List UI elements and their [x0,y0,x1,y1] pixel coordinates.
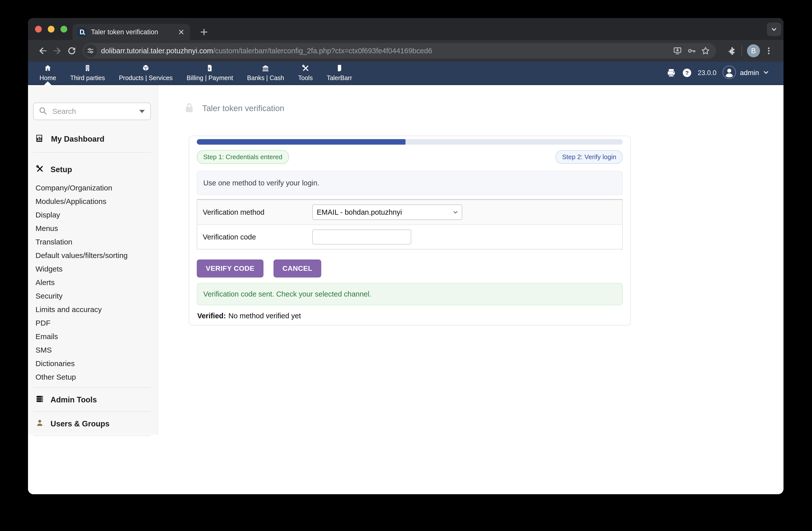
menu-label: Third parties [70,74,105,82]
app-version: 23.0.0 [698,69,716,77]
reload-icon[interactable] [64,44,79,58]
browser-toolbar: dolibarr.tutorial.taler.potuzhnyi.com/cu… [28,40,783,61]
sidebar-item-display[interactable]: Display [28,208,158,222]
close-tab-icon[interactable] [177,28,186,36]
favicon-d: D [77,28,87,37]
help-icon[interactable]: ? [682,68,692,78]
sidebar-item-emails[interactable]: Emails [28,330,158,343]
sidebar-item-othersetup[interactable]: Other Setup [28,371,158,384]
talerbarr-icon [335,64,344,73]
zoom-window-button[interactable] [60,26,67,32]
sidebar-item-defaults[interactable]: Default values/filters/sorting [28,249,158,262]
menu-item-billing[interactable]: $ Billing | Payment [187,61,233,84]
sidebar-item-admintools[interactable]: Admin Tools [28,392,158,407]
sidebar-item-sms[interactable]: SMS [28,343,158,357]
sidebar-item-limits[interactable]: Limits and accuracy [28,303,158,316]
sidebar-item-translation[interactable]: Translation [28,235,158,249]
user-menu[interactable]: admin [722,65,769,81]
sidebar-item-pdf[interactable]: PDF [28,316,158,330]
sidebar-divider [33,435,151,436]
menu-item-home[interactable]: Home [40,61,56,84]
progress-fill [197,139,406,145]
verified-status: Verified:No method verified yet [197,312,623,320]
steps-row: Step 1: Credentials entered Step 2: Veri… [197,150,623,164]
sidebar-divider [33,152,151,153]
chevron-down-icon [763,69,769,77]
sidebar-item-setup[interactable]: Setup [28,162,158,177]
sidebar-divider [33,411,151,412]
title-row: Taler token verification [184,102,783,114]
sidebar: My Dashboard Setup Company/Organization … [28,85,158,494]
tab-search-chevron-icon[interactable] [767,23,781,36]
url-text: dolibarr.tutorial.taler.potuzhnyi.com/cu… [101,47,670,55]
main-area: Taler token verification Step 1: Credent… [158,85,783,494]
username: admin [740,69,759,77]
table-row: Verification code [197,225,622,249]
app-menubar: Home Third parties Products | Services $… [28,61,783,85]
search-icon [39,107,47,116]
progress-bar [197,139,623,145]
instruction-box: Use one method to verify your login. [197,171,623,195]
cancel-button[interactable]: CANCEL [274,260,321,278]
svg-text:$: $ [208,67,211,71]
method-label: Verification method [203,208,312,216]
menu-item-thirdparties[interactable]: Third parties [70,61,105,84]
step1-badge: Step 1: Credentials entered [197,150,289,164]
search-box[interactable] [33,102,151,120]
profile-avatar[interactable]: B [747,44,760,57]
forward-icon[interactable] [50,44,64,58]
browser-window: D Taler token verification [28,18,783,494]
star-icon[interactable] [698,44,712,58]
products-icon [142,64,150,73]
user-avatar-icon [722,65,737,81]
tools-icon [302,64,309,73]
chart-icon [35,134,44,145]
sidebar-item-dictionaries[interactable]: Dictionaries [28,357,158,371]
minimize-window-button[interactable] [48,26,55,32]
sidebar-divider [33,387,151,388]
menu-label: Billing | Payment [187,74,233,82]
setup-tools-icon [35,164,44,175]
page-content: My Dashboard Setup Company/Organization … [28,85,783,494]
close-window-button[interactable] [35,26,42,32]
menu-label: Banks | Cash [247,74,284,82]
sidebar-label: My Dashboard [51,135,104,144]
verification-method-select[interactable]: EMAIL - bohdan.potuzhnyi [312,205,462,220]
table-row: Verification method EMAIL - bohdan.potuz… [197,200,622,225]
lock-icon [184,102,195,115]
code-label: Verification code [203,233,312,241]
printer-icon[interactable] [666,68,676,78]
sidebar-panel: My Dashboard Setup Company/Organization … [28,85,158,435]
menu-item-products[interactable]: Products | Services [119,61,173,84]
menu-label: Products | Services [119,74,173,82]
extensions-icon[interactable] [724,44,738,58]
search-input[interactable] [52,107,135,116]
sidebar-item-menus[interactable]: Menus [28,222,158,235]
menu-item-tools[interactable]: Tools [298,61,313,84]
sidebar-item-security[interactable]: Security [28,289,158,303]
menu-item-banks[interactable]: Banks | Cash [247,61,284,84]
verify-code-button[interactable]: VERIFY CODE [197,260,263,278]
install-icon[interactable] [670,44,684,58]
verification-code-input[interactable] [312,229,411,244]
new-tab-icon[interactable] [197,25,211,39]
menu-item-talerbarr[interactable]: TalerBarr [327,61,352,84]
back-icon[interactable] [35,44,50,58]
site-info-icon[interactable] [84,44,97,57]
kebab-menu-icon[interactable] [762,44,776,58]
sidebar-item-widgets[interactable]: Widgets [28,262,158,276]
browser-tab[interactable]: D Taler token verification [72,24,190,40]
sidebar-item-company[interactable]: Company/Organization [28,181,158,195]
home-icon [44,64,52,73]
search-dropdown-caret[interactable] [139,110,145,113]
banks-icon [261,64,270,73]
key-icon[interactable] [684,44,698,58]
sidebar-item-modules[interactable]: Modules/Applications [28,195,158,208]
sidebar-item-dashboard[interactable]: My Dashboard [28,131,158,146]
url-bar[interactable]: dolibarr.tutorial.taler.potuzhnyi.com/cu… [83,43,716,58]
success-message: Verification code sent. Check your selec… [197,283,623,305]
sidebar-item-alerts[interactable]: Alerts [28,276,158,289]
traffic-lights [35,26,67,32]
sidebar-item-usersgroups[interactable]: Users & Groups [28,416,158,431]
menu-left: Home Third parties Products | Services $… [28,61,352,84]
